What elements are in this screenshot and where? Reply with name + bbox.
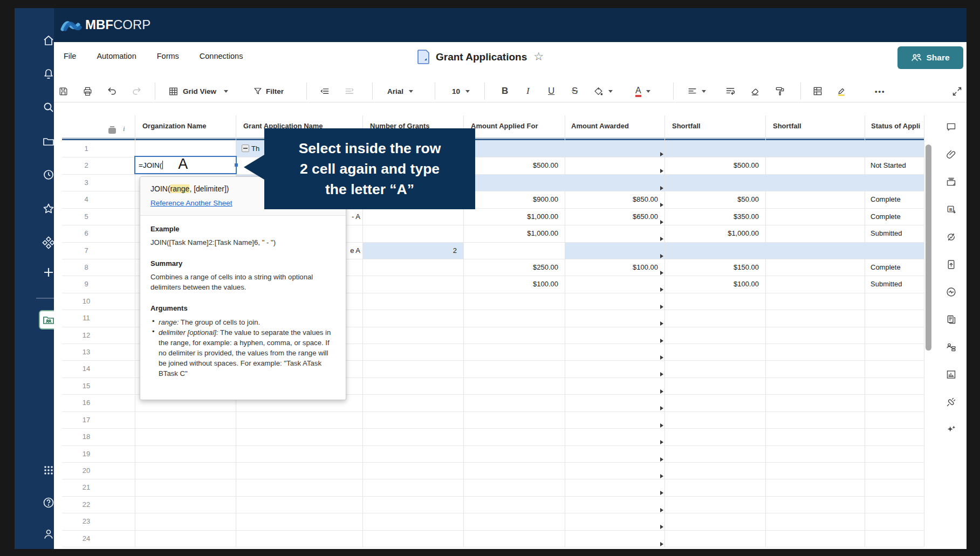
font-size-select[interactable]: 10: [452, 85, 470, 97]
account-person-icon[interactable]: [42, 527, 55, 540]
app-launcher-icon[interactable]: [42, 464, 55, 477]
hidden-column-indicator-icon[interactable]: [660, 440, 663, 444]
grid-cell[interactable]: $250.00: [463, 263, 565, 271]
font-family-select[interactable]: Arial: [387, 85, 413, 97]
grid-cell[interactable]: $1,000.00: [463, 212, 565, 221]
highlighted-row-cell[interactable]: [865, 174, 924, 191]
vertical-scrollbar[interactable]: [926, 145, 931, 351]
hidden-column-indicator-icon[interactable]: [660, 355, 663, 360]
view-selector[interactable]: Grid View: [168, 85, 228, 97]
highlighted-row-cell[interactable]: [865, 140, 924, 157]
row-number[interactable]: 22: [62, 500, 111, 509]
hidden-column-indicator-icon[interactable]: [660, 305, 663, 309]
menu-file[interactable]: File: [64, 52, 76, 60]
row-number[interactable]: 19: [62, 450, 111, 458]
summary-icon[interactable]: [945, 314, 957, 325]
grid-cell[interactable]: $1,000.00: [463, 229, 565, 237]
grid-cell[interactable]: Complete: [865, 195, 924, 203]
hidden-column-indicator-icon[interactable]: [660, 152, 663, 156]
row-number[interactable]: 5: [62, 212, 111, 221]
save-button[interactable]: [58, 85, 68, 97]
hidden-column-indicator-icon[interactable]: [660, 491, 663, 495]
hidden-column-indicator-icon[interactable]: [660, 186, 663, 190]
row-number[interactable]: 8: [62, 263, 111, 271]
row-number[interactable]: 10: [62, 297, 111, 305]
expand-sheet-button[interactable]: [951, 85, 963, 97]
highlighted-row-cell[interactable]: [765, 140, 865, 157]
column-header-shortfall-1[interactable]: Shortfall: [672, 119, 761, 132]
undo-button[interactable]: [107, 85, 118, 97]
row-number[interactable]: 21: [62, 483, 111, 491]
row-number[interactable]: 17: [62, 416, 111, 424]
reference-another-sheet-link[interactable]: Reference Another Sheet: [150, 199, 232, 207]
format-painter-button[interactable]: [775, 85, 785, 97]
row-number[interactable]: 11: [62, 314, 111, 322]
grid-cell[interactable]: Complete: [865, 212, 924, 221]
recents-clock-icon[interactable]: [42, 168, 55, 181]
row-number[interactable]: 9: [62, 280, 111, 288]
hidden-column-indicator-icon[interactable]: [660, 321, 663, 326]
highlighted-row-cell[interactable]: [565, 140, 664, 157]
grid-cell[interactable]: $350.00: [664, 212, 765, 221]
row-number[interactable]: 14: [62, 365, 111, 373]
grid-cell[interactable]: $100.00: [664, 280, 765, 288]
indent-button[interactable]: [344, 85, 355, 97]
highlighted-row-cell[interactable]: [565, 174, 664, 191]
hidden-column-indicator-icon[interactable]: [660, 254, 663, 258]
browse-folder-icon[interactable]: [42, 135, 55, 148]
grid-cell[interactable]: $50.00: [664, 195, 765, 203]
highlighted-row-cell[interactable]: [463, 140, 565, 157]
cell-fill-handle[interactable]: [235, 163, 238, 167]
hidden-column-indicator-icon[interactable]: [660, 525, 663, 529]
collapse-row-toggle-icon[interactable]: [242, 145, 249, 152]
insert-table-button[interactable]: [812, 85, 823, 97]
help-icon[interactable]: [42, 496, 55, 509]
row-number[interactable]: 24: [62, 534, 111, 543]
highlighted-row-cell[interactable]: [565, 242, 664, 259]
proofs-icon[interactable]: [945, 176, 957, 188]
column-header-status[interactable]: Status of Appli: [871, 119, 923, 132]
hidden-column-indicator-icon[interactable]: [660, 339, 663, 343]
row-number[interactable]: 2: [62, 161, 111, 169]
hidden-column-indicator-icon[interactable]: [660, 457, 663, 462]
grid-cell[interactable]: $100.00: [565, 263, 664, 271]
print-button[interactable]: [83, 85, 93, 97]
italic-button[interactable]: I: [526, 85, 530, 97]
row-number[interactable]: 15: [62, 382, 111, 390]
grid-cell[interactable]: $900.00: [463, 195, 565, 203]
grid-cell[interactable]: 2: [362, 246, 463, 255]
menu-connections[interactable]: Connections: [200, 52, 243, 60]
grid-cell[interactable]: $500.00: [463, 161, 565, 169]
hidden-column-indicator-icon[interactable]: [660, 237, 663, 241]
row-number[interactable]: 20: [62, 466, 111, 475]
row-number[interactable]: 6: [62, 229, 111, 237]
grid-cell[interactable]: $1,000.00: [664, 229, 765, 237]
highlighted-row-cell[interactable]: [865, 242, 924, 259]
hidden-column-indicator-icon[interactable]: [660, 287, 663, 292]
row-number[interactable]: 4: [62, 195, 111, 203]
row-number[interactable]: 23: [62, 517, 111, 525]
menu-forms[interactable]: Forms: [157, 52, 179, 60]
grid-cell[interactable]: Not Started: [865, 161, 924, 169]
update-requests-icon[interactable]: [945, 231, 957, 243]
ai-sparkles-icon[interactable]: [945, 424, 957, 435]
row-number[interactable]: 18: [62, 433, 111, 441]
text-color-button[interactable]: A: [635, 85, 650, 97]
conversations-icon[interactable]: [945, 121, 957, 133]
row-number[interactable]: 1: [62, 145, 111, 153]
hidden-column-indicator-icon[interactable]: [660, 169, 663, 173]
wrap-text-button[interactable]: [725, 85, 736, 97]
hidden-column-indicator-icon[interactable]: [660, 474, 663, 478]
hidden-column-indicator-icon[interactable]: [660, 508, 663, 512]
column-header-amount-applied-for[interactable]: Amount Applied For: [471, 119, 560, 132]
baselines-icon[interactable]: B: [945, 204, 957, 215]
grid-cell[interactable]: $650.00: [565, 212, 664, 221]
home-icon[interactable]: [42, 34, 55, 47]
underline-button[interactable]: U: [548, 85, 554, 97]
bold-button[interactable]: B: [502, 85, 508, 97]
grid-cell[interactable]: $500.00: [664, 161, 765, 169]
row-number[interactable]: 7: [62, 246, 111, 255]
clear-format-eraser-button[interactable]: [750, 85, 760, 97]
publish-icon[interactable]: [945, 259, 957, 270]
row-number[interactable]: 16: [62, 399, 111, 407]
